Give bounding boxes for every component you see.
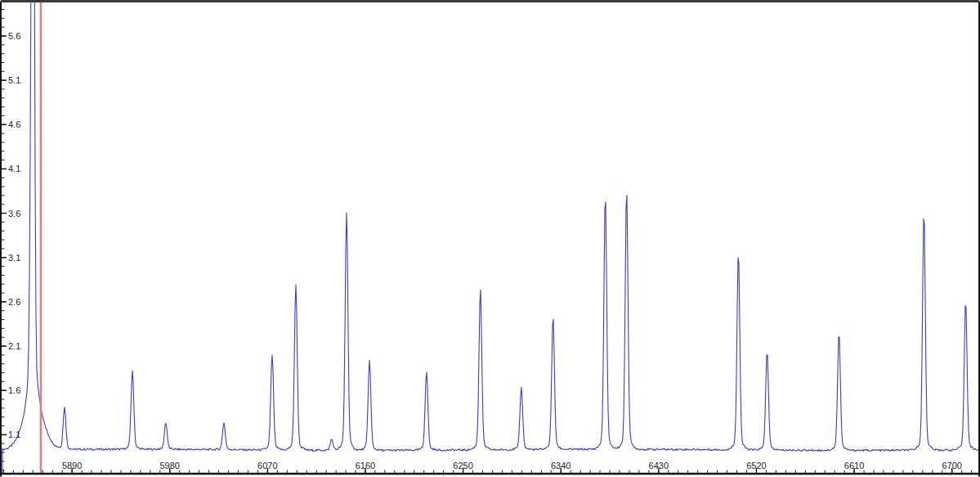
y-tick-label: 4.6: [8, 119, 20, 129]
y-tick-label: 2.1: [8, 341, 20, 351]
x-tick-label: 6340: [551, 461, 571, 470]
x-tick-label: 6700: [942, 461, 961, 470]
x-tick-label: 6430: [649, 461, 669, 470]
x-tick-label: 5890: [62, 461, 82, 470]
y-tick-label: 1.1: [8, 430, 20, 439]
y-tick-label: 5.1: [8, 75, 20, 85]
x-tick-label: 6070: [257, 461, 277, 470]
x-tick-label: 6250: [453, 461, 472, 470]
spectrum-chart[interactable]: 5890598060706160625063406430652066106700…: [2, 2, 978, 475]
spectrum-window: 5890598060706160625063406430652066106700…: [0, 0, 980, 477]
x-tick-label: 6520: [746, 461, 766, 470]
y-tick-label: 4.1: [8, 164, 20, 173]
y-tick-label: 2.6: [8, 297, 20, 307]
y-tick-label: 5.6: [8, 31, 20, 41]
x-tick-label: 6160: [356, 461, 375, 470]
spectrum-trace: [2, 2, 978, 474]
y-tick-label: 3.1: [8, 253, 20, 263]
y-tick-label: 1.6: [8, 385, 20, 395]
x-tick-label: 5980: [160, 461, 180, 470]
x-tick-label: 6610: [844, 461, 864, 470]
y-tick-label: 3.6: [8, 209, 20, 218]
